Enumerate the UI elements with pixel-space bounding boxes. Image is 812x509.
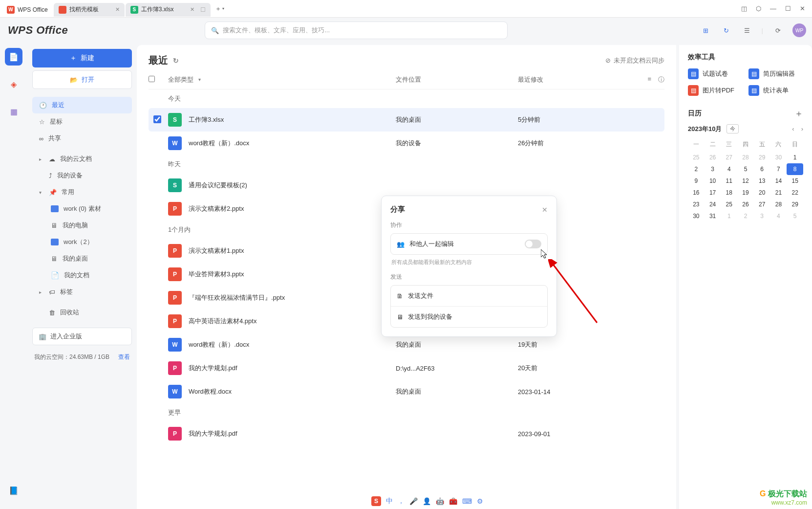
calendar-day[interactable]: 25 bbox=[721, 199, 737, 210]
rail-apps-icon[interactable]: ▦ bbox=[5, 103, 22, 120]
sidebar-common-item[interactable]: 📄我的文档 bbox=[46, 267, 132, 284]
panel-icon[interactable]: ◫ bbox=[741, 5, 747, 12]
calendar-day[interactable]: 28 bbox=[770, 199, 787, 210]
calendar-day[interactable]: 21 bbox=[770, 187, 787, 199]
minimize-button[interactable]: — bbox=[770, 5, 776, 12]
rail-templates-icon[interactable]: ◈ bbox=[5, 75, 22, 93]
tab-close-icon[interactable]: ✕ bbox=[190, 6, 194, 13]
calendar-day[interactable]: 14 bbox=[770, 175, 787, 187]
file-row[interactable]: W word教程（新）.docx 我的设备 26分钟前 bbox=[149, 132, 664, 155]
calendar-day[interactable]: 9 bbox=[688, 175, 705, 187]
calendar-day[interactable]: 26 bbox=[705, 152, 721, 163]
tool-item[interactable]: ▤图片转PDF bbox=[688, 85, 743, 96]
sidebar-common[interactable]: ▾ 📌 常用 bbox=[32, 184, 132, 200]
send-file-option[interactable]: 🗎 发送文件 bbox=[391, 286, 547, 306]
search-input[interactable]: 🔍 搜索文件、模板、文库、应用、技巧... bbox=[205, 22, 508, 39]
enterprise-button[interactable]: 🏢 进入企业版 bbox=[32, 328, 132, 345]
tab-close-icon[interactable]: ✕ bbox=[115, 6, 120, 13]
rail-feedback-icon[interactable]: 📘 bbox=[5, 482, 22, 499]
collab-toggle[interactable] bbox=[525, 240, 541, 248]
send-device-option[interactable]: 🖥 发送到我的设备 bbox=[391, 306, 547, 327]
calendar-day[interactable]: 29 bbox=[787, 199, 803, 210]
tab[interactable]: S工作簿3.xlsx✕☐ bbox=[126, 3, 211, 17]
calendar-day[interactable]: 31 bbox=[705, 210, 721, 222]
ime-tool-icon[interactable]: 🧰 bbox=[449, 497, 457, 505]
calendar-day[interactable]: 1 bbox=[721, 210, 737, 222]
calendar-day[interactable]: 19 bbox=[737, 187, 754, 199]
sync-icon[interactable]: ↻ bbox=[721, 24, 732, 36]
sidebar-trash[interactable]: 🗑 回收站 bbox=[32, 304, 132, 321]
calendar-day[interactable]: 27 bbox=[754, 199, 770, 210]
tool-item[interactable]: ▤试题试卷 bbox=[688, 68, 743, 79]
info-icon[interactable]: ⓘ bbox=[658, 75, 664, 84]
close-button[interactable]: ✕ bbox=[800, 5, 805, 12]
calendar-next-icon[interactable]: › bbox=[801, 125, 803, 133]
new-tab-button[interactable]: ＋▾ bbox=[214, 4, 224, 14]
sidebar-common-item[interactable]: work (0) 素材 bbox=[46, 200, 132, 217]
calendar-day[interactable]: 1 bbox=[787, 152, 803, 163]
calendar-day[interactable]: 11 bbox=[721, 175, 737, 187]
calendar-day[interactable]: 28 bbox=[737, 152, 754, 163]
file-row[interactable]: S 工作簿3.xlsx 我的桌面 5分钟前 bbox=[149, 108, 664, 132]
tab-more-icon[interactable]: ☐ bbox=[200, 6, 206, 13]
calendar-day[interactable]: 10 bbox=[705, 175, 721, 187]
open-button[interactable]: 📂 打开 bbox=[32, 70, 132, 89]
calendar-day[interactable]: 30 bbox=[770, 152, 787, 163]
calendar-day[interactable]: 12 bbox=[737, 175, 754, 187]
file-row[interactable]: P 我的大学规划.pdf 2023-09-01 bbox=[149, 422, 664, 445]
calendar-day[interactable]: 18 bbox=[721, 187, 737, 199]
calendar-day[interactable]: 4 bbox=[721, 163, 737, 175]
calendar-day[interactable]: 13 bbox=[754, 175, 770, 187]
sidebar-common-item[interactable]: 🖥我的桌面 bbox=[46, 250, 132, 267]
popup-close-icon[interactable]: ✕ bbox=[542, 206, 548, 214]
tool-item[interactable]: ▤统计表单 bbox=[748, 85, 803, 96]
calendar-day[interactable]: 30 bbox=[688, 210, 705, 222]
sidebar-share[interactable]: ∞ 共享 bbox=[32, 130, 132, 147]
tab[interactable]: 找稻壳模板✕ bbox=[54, 3, 125, 17]
calendar-day[interactable]: 15 bbox=[787, 175, 803, 187]
select-all-checkbox[interactable] bbox=[149, 76, 168, 84]
ime-mic-icon[interactable]: 🎤 bbox=[409, 497, 418, 505]
sidebar-cloud[interactable]: ▸ ☁ 我的云文档 bbox=[32, 151, 132, 167]
calendar-day[interactable]: 4 bbox=[770, 210, 787, 222]
storage-link[interactable]: 查看 bbox=[118, 353, 130, 361]
tool-item[interactable]: ▤简历编辑器 bbox=[748, 68, 803, 79]
rail-docs-icon[interactable]: 📄 bbox=[5, 48, 22, 66]
file-checkbox[interactable] bbox=[149, 115, 168, 125]
calendar-day[interactable]: 22 bbox=[787, 187, 803, 199]
new-button[interactable]: ＋ 新建 bbox=[32, 49, 132, 67]
calendar-day[interactable]: 23 bbox=[688, 199, 705, 210]
calendar-day[interactable]: 8 bbox=[787, 163, 803, 175]
collab-toggle-option[interactable]: 👥 和他人一起编辑 bbox=[390, 233, 548, 255]
ime-comma-icon[interactable]: ， bbox=[398, 497, 405, 506]
calendar-day[interactable]: 17 bbox=[705, 187, 721, 199]
refresh-icon[interactable]: ⟳ bbox=[772, 24, 784, 36]
calendar-day[interactable]: 7 bbox=[770, 163, 787, 175]
calendar-day[interactable]: 3 bbox=[705, 163, 721, 175]
calendar-day[interactable]: 5 bbox=[787, 210, 803, 222]
maximize-button[interactable]: ☐ bbox=[785, 5, 791, 12]
ime-logo-icon[interactable]: S bbox=[371, 496, 381, 506]
col-type-filter[interactable]: 全部类型 ▾ bbox=[168, 75, 396, 84]
refresh-icon[interactable]: ↻ bbox=[173, 57, 179, 65]
menu-icon[interactable]: ☰ bbox=[741, 24, 753, 36]
calendar-day[interactable]: 3 bbox=[754, 210, 770, 222]
calendar-day[interactable]: 27 bbox=[721, 152, 737, 163]
calendar-day[interactable]: 25 bbox=[688, 152, 705, 163]
sidebar-common-item[interactable]: 🖥我的电脑 bbox=[46, 217, 132, 234]
sync-status[interactable]: ⊘ 未开启文档云同步 bbox=[605, 56, 664, 65]
ime-settings-icon[interactable]: ⚙ bbox=[477, 497, 483, 505]
calendar-today-button[interactable]: 今 bbox=[727, 124, 739, 133]
ime-robot-icon[interactable]: 🤖 bbox=[436, 497, 444, 505]
calendar-day[interactable]: 6 bbox=[754, 163, 770, 175]
sidebar-device[interactable]: ⤴ 我的设备 bbox=[32, 167, 132, 184]
tab[interactable]: WWPS Office bbox=[2, 3, 53, 17]
calendar-prev-icon[interactable]: ‹ bbox=[792, 125, 794, 133]
file-row[interactable]: P 我的大学规划.pdf D:\yd...A2F63 20天前 bbox=[149, 356, 664, 380]
sidebar-common-item[interactable]: work（2） bbox=[46, 234, 132, 250]
calendar-day[interactable]: 16 bbox=[688, 187, 705, 199]
calendar-day[interactable]: 2 bbox=[737, 210, 754, 222]
calendar-day[interactable]: 20 bbox=[754, 187, 770, 199]
ime-lang[interactable]: 中 bbox=[386, 497, 393, 506]
calendar-add-icon[interactable]: ＋ bbox=[794, 108, 803, 119]
